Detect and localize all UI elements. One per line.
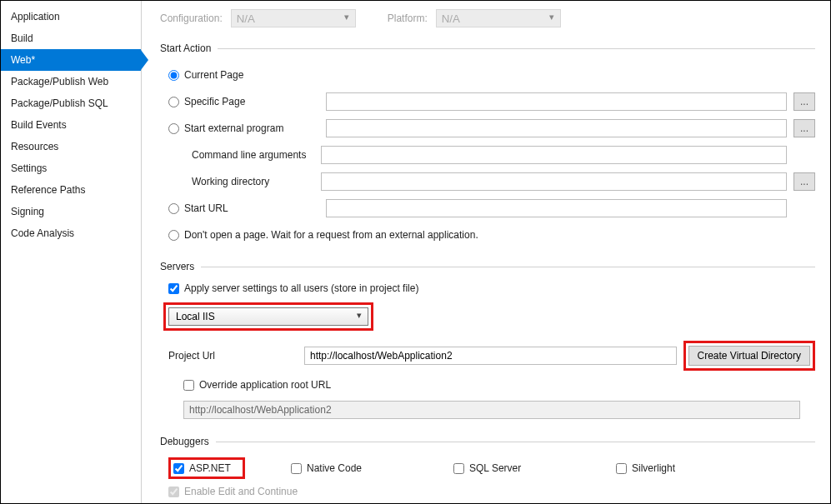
divider [218, 48, 815, 49]
configuration-select: N/A [231, 9, 356, 27]
debugger-sql-label: SQL Server [469, 462, 521, 474]
edit-continue-checkbox [168, 487, 179, 497]
project-url-label: Project Url [168, 350, 298, 362]
platform-label: Platform: [388, 12, 428, 24]
debugger-native-label: Native Code [307, 462, 362, 474]
config-row: Configuration: N/A Platform: N/A [160, 9, 815, 27]
sidebar-item-build[interactable]: Build [1, 27, 141, 49]
sidebar-item-reference-paths[interactable]: Reference Paths [1, 179, 141, 201]
sidebar-item-settings[interactable]: Settings [1, 157, 141, 179]
edit-continue-label: Enable Edit and Continue [184, 486, 298, 497]
create-vdir-highlight: Create Virtual Directory [683, 341, 816, 371]
override-root-url-checkbox[interactable] [183, 380, 194, 391]
radio-dont-open-label: Don't open a page. Wait for a request fr… [184, 229, 478, 241]
debugger-native-checkbox[interactable] [291, 463, 302, 474]
server-select[interactable]: Local IIS [168, 307, 368, 326]
radio-dont-open[interactable] [168, 230, 179, 241]
external-program-input[interactable] [326, 119, 787, 137]
sidebar-item-signing[interactable]: Signing [1, 201, 141, 222]
debugger-silverlight-checkbox[interactable] [616, 463, 627, 474]
configuration-label: Configuration: [160, 12, 223, 24]
radio-start-url-label: Start URL [184, 202, 326, 214]
cmd-args-label: Command line arguments [192, 149, 321, 161]
server-select-highlight: Local IIS [163, 302, 373, 331]
debugger-silverlight-label: Silverlight [632, 462, 675, 474]
external-program-browse-button[interactable] [793, 119, 815, 137]
debugger-aspnet-label: ASP.NET [189, 462, 231, 474]
aspnet-highlight: ASP.NET [168, 457, 245, 479]
apply-server-settings-checkbox[interactable] [168, 283, 179, 294]
sidebar-item-package-web[interactable]: Package/Publish Web [1, 71, 141, 92]
start-action-title: Start Action [160, 42, 218, 54]
start-url-input[interactable] [326, 199, 787, 217]
sidebar-item-code-analysis[interactable]: Code Analysis [1, 222, 141, 244]
radio-external-program[interactable] [168, 123, 179, 134]
radio-specific-page-label: Specific Page [184, 96, 326, 107]
platform-select: N/A [436, 9, 561, 27]
divider [201, 267, 815, 267]
override-root-url-label: Override application root URL [199, 379, 331, 391]
specific-page-input[interactable] [326, 92, 787, 111]
apply-server-settings-label: Apply server settings to all users (stor… [184, 282, 418, 294]
create-virtual-directory-button[interactable]: Create Virtual Directory [688, 346, 811, 366]
specific-page-browse-button[interactable] [793, 92, 815, 111]
sidebar-item-application[interactable]: Application [1, 6, 141, 27]
sidebar-item-web[interactable]: Web* [1, 49, 141, 71]
sidebar: Application Build Web* Package/Publish W… [1, 1, 142, 503]
debuggers-group: Debuggers ASP.NET Native Code SQL Server [160, 436, 815, 497]
working-dir-browse-button[interactable] [793, 172, 815, 191]
start-action-group: Start Action Current Page Specific Page … [160, 42, 815, 246]
working-dir-input[interactable] [321, 172, 787, 191]
radio-current-page-label: Current Page [184, 69, 243, 81]
working-dir-label: Working directory [192, 176, 321, 187]
cmd-args-input[interactable] [321, 146, 787, 164]
radio-external-program-label: Start external program [184, 122, 326, 134]
servers-group: Servers Apply server settings to all use… [160, 261, 815, 421]
project-url-input[interactable] [304, 347, 677, 365]
debugger-sql-checkbox[interactable] [453, 463, 464, 474]
debugger-aspnet-checkbox[interactable] [173, 463, 184, 474]
sidebar-item-package-sql[interactable]: Package/Publish SQL [1, 92, 141, 114]
main-panel: Configuration: N/A Platform: N/A Start A… [142, 1, 830, 503]
sidebar-item-build-events[interactable]: Build Events [1, 114, 141, 136]
sidebar-item-resources[interactable]: Resources [1, 136, 141, 157]
divider [216, 442, 815, 442]
radio-specific-page[interactable] [168, 97, 179, 107]
radio-current-page[interactable] [168, 70, 179, 81]
debuggers-title: Debuggers [160, 436, 216, 447]
servers-title: Servers [160, 261, 201, 272]
radio-start-url[interactable] [168, 203, 179, 214]
override-root-url-input [183, 401, 800, 419]
